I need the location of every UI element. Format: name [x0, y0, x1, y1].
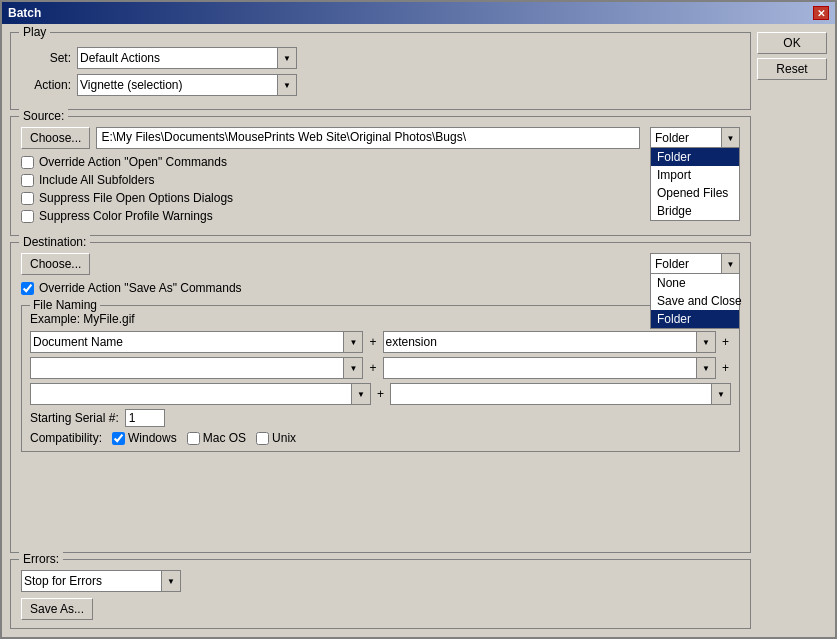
source-dropdown-button[interactable]: ▼ — [721, 128, 739, 148]
serial-row: Starting Serial #: — [30, 409, 731, 427]
naming-row2-right-select[interactable] — [383, 357, 716, 379]
set-select[interactable]: Default Actions — [77, 47, 297, 69]
cb-suppress-open-options: Suppress File Open Options Dialogs — [21, 191, 740, 205]
source-option-bridge[interactable]: Bridge — [651, 202, 739, 220]
action-row: Action: Vignette (selection) ▼ — [21, 74, 740, 96]
cb-override-save-as-input[interactable] — [21, 282, 34, 295]
set-row: Set: Default Actions ▼ — [21, 47, 740, 69]
errors-select[interactable]: Stop for Errors — [21, 570, 181, 592]
cb-override-save-as: Override Action "Save As" Commands — [21, 281, 740, 295]
cb-override-open-label: Override Action "Open" Commands — [39, 155, 227, 169]
cb-suppress-color-warnings: Suppress Color Profile Warnings — [21, 209, 740, 223]
source-legend: Source: — [19, 109, 68, 123]
dest-top-row: Choose... Folder ▼ None Save and Close F… — [21, 253, 740, 275]
naming-row1-right-wrapper: extension ▼ — [383, 331, 716, 353]
cb-suppress-color-warnings-input[interactable] — [21, 210, 34, 223]
naming-row2-left-wrapper: ▼ — [30, 357, 363, 379]
set-label: Set: — [21, 51, 71, 65]
compat-windows-label: Windows — [128, 431, 177, 445]
cb-include-subfolders-label: Include All Subfolders — [39, 173, 154, 187]
window-title: Batch — [8, 6, 41, 20]
dest-dropdown-container: Folder ▼ None Save and Close Folder — [650, 253, 740, 275]
cb-override-open: Override Action "Open" Commands — [21, 155, 740, 169]
source-group: Source: Choose... E:\My Files\Documents\… — [10, 116, 751, 236]
file-naming-legend: File Naming — [30, 298, 100, 312]
naming-row1-right-select[interactable]: extension — [383, 331, 716, 353]
naming-row1-left-wrapper: Document Name ▼ — [30, 331, 363, 353]
dest-dropdown-list: None Save and Close Folder — [650, 273, 740, 329]
save-as-button[interactable]: Save As... — [21, 598, 93, 620]
errors-row: Stop for Errors ▼ — [21, 570, 740, 592]
dest-option-none[interactable]: None — [651, 274, 739, 292]
file-naming-group: File Naming Example: MyFile.gif Document… — [21, 305, 740, 452]
compat-label: Compatibility: — [30, 431, 102, 445]
batch-dialog: Batch ✕ Play Set: Default Actions ▼ — [0, 0, 837, 639]
compat-macos: Mac OS — [187, 431, 246, 445]
source-dropdown-wrapper: Folder ▼ Folder Import Opened Files Brid… — [650, 127, 740, 149]
compat-unix-checkbox[interactable] — [256, 432, 269, 445]
source-left: Choose... E:\My Files\Documents\MousePri… — [21, 127, 640, 149]
compat-unix-label: Unix — [272, 431, 296, 445]
dest-dropdown-button[interactable]: ▼ — [721, 254, 739, 274]
close-button[interactable]: ✕ — [813, 6, 829, 20]
dest-option-save-and-close[interactable]: Save and Close — [651, 292, 739, 310]
source-path: E:\My Files\Documents\MousePrints Web Si… — [96, 127, 640, 149]
compat-row: Compatibility: Windows Mac OS Unix — [30, 431, 731, 445]
ok-button[interactable]: OK — [757, 32, 827, 54]
main-content: Play Set: Default Actions ▼ Action: Vign… — [10, 32, 751, 629]
compat-windows-checkbox[interactable] — [112, 432, 125, 445]
source-option-opened-files[interactable]: Opened Files — [651, 184, 739, 202]
source-dropdown-container: Folder ▼ Folder Import Opened Files Brid… — [650, 127, 740, 149]
dest-option-folder[interactable]: Folder — [651, 310, 739, 328]
errors-legend: Errors: — [19, 552, 63, 566]
reset-button[interactable]: Reset — [757, 58, 827, 80]
dest-choose-button[interactable]: Choose... — [21, 253, 90, 275]
serial-label: Starting Serial #: — [30, 411, 119, 425]
source-dropdown-display: Folder ▼ — [650, 127, 740, 149]
window-body: Play Set: Default Actions ▼ Action: Vign… — [2, 24, 835, 637]
compat-windows: Windows — [112, 431, 177, 445]
source-option-folder[interactable]: Folder — [651, 148, 739, 166]
source-option-import[interactable]: Import — [651, 166, 739, 184]
source-top-row: Choose... E:\My Files\Documents\MousePri… — [21, 127, 740, 149]
naming-plus-2: + — [367, 361, 378, 375]
source-dropdown-list: Folder Import Opened Files Bridge — [650, 147, 740, 221]
compat-macos-label: Mac OS — [203, 431, 246, 445]
naming-plus-1b: + — [720, 335, 731, 349]
cb-suppress-color-warnings-label: Suppress Color Profile Warnings — [39, 209, 213, 223]
title-bar: Batch ✕ — [2, 2, 835, 24]
naming-plus-2b: + — [720, 361, 731, 375]
source-dropdown-value: Folder — [651, 128, 721, 148]
action-select-wrapper: Vignette (selection) ▼ — [77, 74, 297, 96]
dest-dropdown-display: Folder ▼ — [650, 253, 740, 275]
play-legend: Play — [19, 25, 50, 39]
naming-row2-right-wrapper: ▼ — [383, 357, 716, 379]
cb-override-save-as-label: Override Action "Save As" Commands — [39, 281, 242, 295]
cb-suppress-open-options-input[interactable] — [21, 192, 34, 205]
play-group: Play Set: Default Actions ▼ Action: Vign… — [10, 32, 751, 110]
action-select[interactable]: Vignette (selection) — [77, 74, 297, 96]
source-choose-button[interactable]: Choose... — [21, 127, 90, 149]
naming-row3-left-select[interactable] — [30, 383, 371, 405]
file-naming-example: Example: MyFile.gif — [30, 312, 731, 326]
naming-row3-right-select[interactable] — [390, 383, 731, 405]
naming-row1-left-select[interactable]: Document Name — [30, 331, 363, 353]
serial-input[interactable] — [125, 409, 165, 427]
errors-select-wrapper: Stop for Errors ▼ — [21, 570, 181, 592]
naming-row2-left-select[interactable] — [30, 357, 363, 379]
cb-override-open-input[interactable] — [21, 156, 34, 169]
cb-suppress-open-options-label: Suppress File Open Options Dialogs — [39, 191, 233, 205]
naming-row3-right-wrapper: ▼ — [390, 383, 731, 405]
cb-include-subfolders: Include All Subfolders — [21, 173, 740, 187]
compat-unix: Unix — [256, 431, 296, 445]
errors-group: Errors: Stop for Errors ▼ Save As... — [10, 559, 751, 629]
compat-macos-checkbox[interactable] — [187, 432, 200, 445]
naming-plus-3: + — [375, 387, 386, 401]
dest-legend: Destination: — [19, 235, 90, 249]
errors-save-row: Save As... — [21, 598, 740, 620]
cb-include-subfolders-input[interactable] — [21, 174, 34, 187]
naming-row3-left-wrapper: ▼ — [30, 383, 371, 405]
right-buttons: OK Reset — [757, 32, 827, 629]
dest-dropdown-value: Folder — [651, 254, 721, 274]
destination-group: Destination: Choose... Folder ▼ None Sav… — [10, 242, 751, 553]
